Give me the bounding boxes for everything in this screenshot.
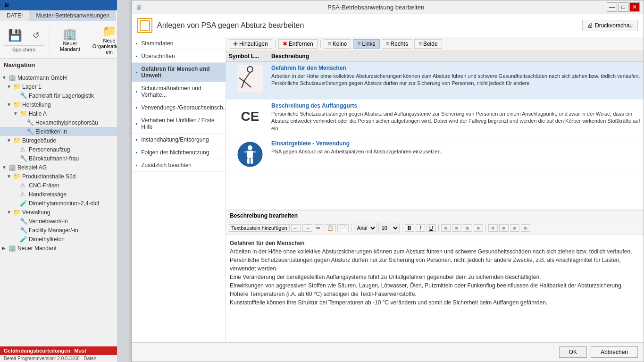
nav-zusatzlich[interactable]: ▪ Zusätzlich beachten	[132, 159, 226, 172]
align-left-button[interactable]: ≡	[441, 224, 451, 232]
symbol-icon-cell	[229, 65, 271, 93]
modal-close-button[interactable]: ✕	[629, 2, 640, 12]
toolbar-sep	[485, 224, 486, 232]
symbol-title-auffanggurt: Beschreibung des Auffanggurts	[271, 102, 641, 109]
align-right-button[interactable]: ≡	[463, 224, 472, 232]
tab-muster[interactable]: Muster-Betriebsanweisungen	[29, 10, 116, 21]
tree-item-neuer-mandant[interactable]: ▶ 🏢 Neuer Mandant	[0, 244, 117, 253]
align-justify-button[interactable]: ≡	[474, 224, 483, 232]
tree-item-burokaufmann[interactable]: 🔧 Bürokaufmann/-frau	[0, 154, 117, 163]
links-button[interactable]: ≡ Links	[353, 39, 379, 49]
person-icon: 🔧	[26, 128, 34, 135]
remove-button[interactable]: ✖ Entfernen	[278, 39, 318, 49]
tree-item-hexamethyl[interactable]: 🔧 Hexamethylphosphorsäu	[0, 118, 117, 127]
undo-button[interactable]: ↺	[28, 28, 44, 43]
bold-button[interactable]: B	[405, 224, 414, 232]
tree-label: Bürokaufmann/-frau	[29, 155, 79, 162]
align-center-button[interactable]: ≡	[452, 224, 461, 232]
modal-maximize-button[interactable]: □	[618, 2, 628, 12]
tree-item-produktion[interactable]: ▼ 📁 Produktionshalle Süd	[0, 172, 117, 181]
nav-dots: ▪	[135, 53, 137, 59]
desc-content-area[interactable]: Gefahren für den Menschen Arbeiten in de…	[226, 235, 644, 342]
tree-item-elektriker[interactable]: 🔧 Elektriker/-in	[0, 127, 117, 136]
svg-rect-0	[140, 21, 150, 30]
tree-item-facility[interactable]: 🔧 Facility Manager/-in	[0, 226, 117, 235]
italic-button[interactable]: I	[416, 224, 425, 232]
nav-instandhaltung[interactable]: ▪ Instandhaltung/Entsorgung	[132, 134, 226, 146]
cancel-button[interactable]: Abbrechen	[591, 346, 638, 358]
tree-item-dimethyl1[interactable]: 🧪 Dimethylammonium-2,4-dicl	[0, 199, 117, 208]
tree-item-buero[interactable]: ▼ 📁 Bürogebäude	[0, 136, 117, 145]
symbol-icon-cell: CE	[229, 102, 271, 131]
tree-item-vertriebswirt[interactable]: 🔧 Vertriebswirt/-in	[0, 217, 117, 226]
nav-verhalten[interactable]: ▪ Verhalten bei Unfällen / Erste Hilfe	[132, 114, 226, 134]
nav-verwendungs[interactable]: ▪ Verwendungs-/Gebrauchseinsch...	[132, 101, 226, 114]
outdent-button[interactable]: ≡	[521, 224, 530, 232]
forward-button[interactable]: →	[302, 224, 312, 232]
company-icon: 🏢	[8, 74, 16, 81]
tree-item-halle-a[interactable]: ▼ 📁 Halle A	[0, 109, 117, 118]
numbered-list-button[interactable]: ≡	[499, 224, 509, 232]
symbol-title-einsatz: Einsatzgebiete - Verwendung	[271, 140, 641, 147]
beide-button[interactable]: ≡ Beide	[414, 39, 442, 49]
tree-item-cnc[interactable]: ⚠ CNC-Fräser	[0, 181, 117, 190]
tree-item-herstellung[interactable]: ▼ 📁 Herstellung	[0, 100, 117, 109]
tree-item-lager1[interactable]: ▼ 📁 Lager 1	[0, 82, 117, 91]
nav-uberschriften[interactable]: ▪ Überschriften	[132, 50, 226, 63]
tree-item-beispiel[interactable]: ▼ 🏢 Beispiel AG	[0, 163, 117, 172]
modal-minimize-button[interactable]: —	[607, 2, 617, 12]
print-preview-button[interactable]: 🖨 Druckvorschau	[582, 20, 638, 31]
tree-label: Handkreissäge	[29, 191, 67, 198]
tree-item-mustermann[interactable]: ▼ 🏢 Mustermann GmbH	[0, 73, 117, 82]
size-select[interactable]: 10	[378, 223, 400, 233]
paste-button[interactable]: 📄	[337, 224, 349, 232]
copy-button[interactable]: 📋	[325, 224, 336, 232]
tree-item-fachkraft[interactable]: 🔧 Fachkraft für Lagerlogistik	[0, 91, 117, 100]
new-client-button[interactable]: 🏢 NeuerMandant	[56, 25, 84, 54]
fall-svg	[237, 65, 263, 93]
svg-rect-10	[244, 152, 248, 152]
tab-datei[interactable]: DATEI	[0, 10, 29, 21]
nav-schutzmassnahmen[interactable]: ▪ Schutzmaßnahmen und Verhalte...	[132, 82, 226, 101]
add-button[interactable]: ✚ Hinzufügen	[229, 39, 272, 49]
symbol-row-auffanggurt[interactable]: CE Beschreibung des Auffanggurts Persönl…	[226, 100, 644, 137]
symbol-row-einsatz[interactable]: Einsatzgebiete - Verwendung PSA gegen Ab…	[226, 137, 644, 175]
tree-label: Verwaltung	[22, 209, 50, 216]
ok-button[interactable]: OK	[559, 346, 587, 358]
cut-button[interactable]: ✂	[314, 224, 323, 232]
expand-icon: ▼	[13, 111, 20, 116]
none-button[interactable]: ≡ Keine	[324, 39, 351, 49]
font-select[interactable]: Arial	[354, 223, 377, 233]
back-button[interactable]: ←	[291, 224, 301, 232]
modal-app-icon: 🖥	[135, 3, 145, 11]
company-icon: 🏢	[8, 244, 16, 252]
rechts-button[interactable]: ≡ Rechts	[382, 39, 412, 49]
symbol-text-auffanggurt: Persönliche Schutzausrüstungen gegen Abs…	[271, 110, 641, 132]
add-label: Hinzufügen	[239, 41, 268, 47]
indent-button[interactable]: ≡	[510, 224, 519, 232]
nav-label: Instandhaltung/Entsorgung	[141, 136, 209, 143]
save-button[interactable]: 💾	[4, 26, 26, 44]
remove-label: Entfernen	[289, 41, 313, 47]
nav-gefahren[interactable]: ▪ Gefahren für Mensch und Umwelt	[132, 63, 226, 82]
tree-item-verwaltung[interactable]: ▼ 📁 Verwaltung	[0, 208, 117, 217]
right-content-panel: ✚ Hinzufügen ✖ Entfernen ≡ Kei	[226, 37, 644, 342]
toolbar-separator	[320, 40, 321, 48]
tree-label: Personenaufzug	[29, 146, 70, 153]
nav-folgen[interactable]: ▪ Folgen der Nichtbenutzung	[132, 146, 226, 159]
modal-titlebar: 🖥 PSA-Betriebsanweisung bearbeiten — □ ✕	[132, 0, 644, 14]
tree-label: Beispiel AG	[17, 164, 47, 171]
underline-button[interactable]: U	[427, 224, 436, 232]
symbol-row-gefahren[interactable]: Gefahren für den Menschen Arbeiten in de…	[226, 62, 644, 100]
list-button[interactable]: ≡	[488, 224, 498, 232]
col-symbol-header: Symbol L...	[229, 53, 271, 59]
nav-stammdaten[interactable]: ▪ Stammdaten	[132, 37, 226, 50]
new-org-icon: 📁	[102, 25, 117, 38]
tree-label: CNC-Fräser	[29, 182, 59, 189]
tree-item-handkreissage[interactable]: ⚠ Handkreissäge	[0, 190, 117, 199]
textbaustein-button[interactable]: Textbaustein hinzufügen	[229, 224, 290, 232]
chemical-icon: 🔧	[26, 119, 34, 126]
tree-item-dimethylketon[interactable]: 🧪 Dimethylketon	[0, 235, 117, 244]
nav-label: Überschriften	[141, 53, 175, 59]
tree-item-personenaufzug[interactable]: ⚠ Personenaufzug	[0, 145, 117, 154]
